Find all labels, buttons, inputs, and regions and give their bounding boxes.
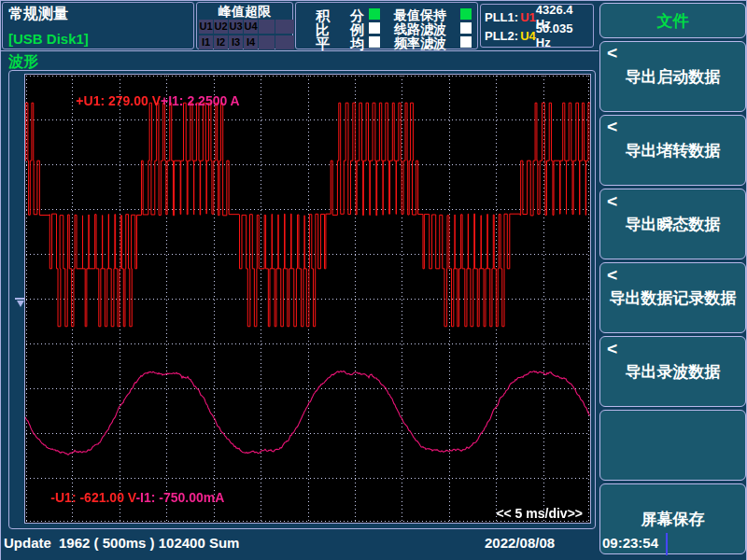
max-hold-indicator [460,8,472,20]
peak-cell-i4: I4 [244,35,258,49]
trigger-marker-arrow [17,301,24,307]
toggle-average-char2: 均 [350,35,364,53]
top-status-bar: 常规测量 [USB Disk1] 峰值超限 U1 U2 U3 U4 I1 I2 … [1,1,599,51]
back-arrow-icon: < [607,192,617,211]
mode-box: 常规测量 [USB Disk1] [2,2,194,49]
usb-storage-label: [USB Disk1] [8,31,89,47]
pll1-name: PLL1: [485,10,518,24]
peak-limit-voltage-row: U1 U2 U3 U4 [199,20,294,34]
u1-valley-readout: -U1: -621.00 V [50,490,135,505]
pll-box: PLL1: U1 4326.4 Hz PLL2: U4 50.035 Hz [480,4,594,48]
pll2-name: PLL2: [485,29,518,43]
cursor-caret [666,533,668,555]
scope-bottom-labels: -U1: -621.00 V-I1: -750.00mA [29,475,224,520]
pll2-row: PLL2: U4 50.035 Hz [485,26,589,45]
back-arrow-icon: < [607,45,617,63]
peak-limit-box: 峰值超限 U1 U2 U3 U4 I1 I2 I3 I4 [196,2,293,49]
i1-valley-readout: -I1: -750.00mA [135,490,224,505]
trigger-marker-bar [15,298,24,300]
i1-peak-readout: +I1: 2.2500 A [161,93,240,108]
date-readout: 2022/08/08 [485,535,555,551]
export-waveform-record-button[interactable]: < 导出录波数据 [599,336,746,407]
toggle-average-char1: 平 [316,35,330,53]
button-label: 导出堵转数据 [626,140,721,161]
waveform-canvas [25,75,590,523]
export-datalog-data-button[interactable]: < 导出数据记录数据 [599,262,746,333]
button-label: 导出录波数据 [626,361,721,383]
back-arrow-icon: < [607,266,617,285]
bottom-status-bar: Update 1962 ( 500ms ) 102400 Sum 2022/08… [1,532,747,560]
freq-filter-indicator [460,36,472,48]
instrument-screen: 常规测量 [USB Disk1] 峰值超限 U1 U2 U3 U4 I1 I2 … [0,0,747,560]
pll2-source: U4 [520,29,536,43]
button-label: 导出启动数据 [626,66,721,88]
average-indicator [369,36,380,48]
pll2-value: 50.035 Hz [536,21,589,49]
peak-cell-u4: U4 [244,20,258,34]
peak-limit-title: 峰值超限 [197,4,292,21]
empty-softkey [599,410,746,481]
timebase-readout: << 5 ms/div>> [496,506,583,521]
peak-cell-empty [275,35,294,49]
softkey-menu: 文件 < 导出启动数据 < 导出堵转数据 < 导出瞬态数据 < 导出数据记录数据… [599,3,746,554]
integration-indicator [369,8,380,20]
peak-cell-i3: I3 [229,35,243,49]
scope-top-labels: +U1: 279.00 V+I1: 2.2500 A [54,78,240,123]
waveform-tab-label: 波形 [8,52,38,72]
peak-cell-i1: I1 [199,35,213,49]
update-label: Update [4,535,51,551]
toggles-box: 积 比 平 分 例 均 最值保持 线路滤波 频率滤波 [295,2,478,49]
sample-counter: 1962 ( 500ms ) 102400 Sum [59,535,239,551]
peak-cell-empty [275,20,294,34]
peak-cell-u3: U3 [229,20,243,34]
u1-peak-readout: +U1: 279.00 V [76,93,161,108]
scaling-indicator [369,22,380,34]
mode-title: 常规测量 [8,5,68,24]
button-label: 导出瞬态数据 [626,214,721,235]
export-transient-data-button[interactable]: < 导出瞬态数据 [599,189,746,259]
button-label: 导出数据记录数据 [610,287,737,309]
export-stall-data-button[interactable]: < 导出堵转数据 [599,115,746,186]
peak-cell-empty [259,20,275,34]
oscilloscope-display: +U1: 279.00 V+I1: 2.2500 A -U1: -621.00 … [24,74,591,524]
pll1-source: U1 [520,10,536,24]
peak-cell-u1: U1 [199,20,213,34]
time-readout: 09:23:54 [602,535,658,551]
back-arrow-icon: < [607,119,617,137]
button-label: 屏幕保存 [641,509,705,530]
export-startup-data-button[interactable]: < 导出启动数据 [599,41,746,112]
menu-title-label: 文件 [657,10,689,32]
peak-cell-u2: U2 [214,20,228,34]
peak-cell-empty [259,35,275,49]
freq-filter-label: 频率滤波 [394,35,446,52]
peak-cell-i2: I2 [214,35,228,49]
line-filter-indicator [460,22,472,34]
menu-title-file[interactable]: 文件 [599,3,746,38]
peak-limit-current-row: I1 I2 I3 I4 [199,35,294,49]
back-arrow-icon: < [607,340,617,358]
